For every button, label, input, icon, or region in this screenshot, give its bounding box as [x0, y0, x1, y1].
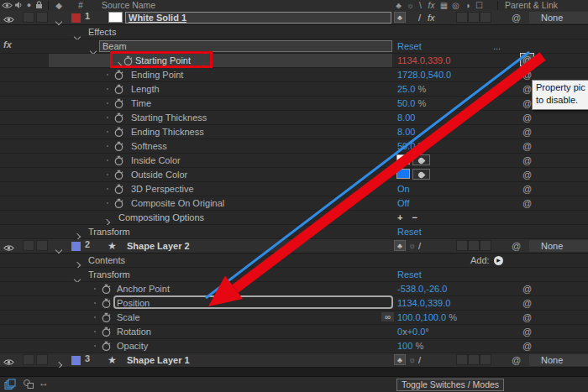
- property-label[interactable]: Time: [131, 97, 151, 110]
- value-segment[interactable]: %: [446, 312, 457, 322]
- value-segment[interactable]: %: [412, 341, 423, 351]
- stopwatch-icon[interactable]: [102, 284, 111, 296]
- add-remove-buttons[interactable]: + −: [397, 211, 421, 224]
- collapse-switch-icon[interactable]: ☼: [408, 239, 416, 253]
- quality-switch-icon[interactable]: /: [418, 11, 421, 24]
- value-segment[interactable]: 8.00: [397, 112, 415, 123]
- audio-speaker-icon[interactable]: [13, 0, 23, 11]
- stopwatch-icon[interactable]: [114, 127, 123, 139]
- value-segment[interactable]: %: [415, 84, 426, 94]
- property-label[interactable]: Ending Thickness: [131, 125, 204, 139]
- property-label[interactable]: Length: [131, 82, 160, 96]
- color-swatch[interactable]: [396, 169, 410, 179]
- lock-switch-box[interactable]: [36, 354, 48, 365]
- label-color-icon[interactable]: ◆: [53, 0, 65, 11]
- group-label[interactable]: Compositing Options: [118, 211, 204, 224]
- source-name-header[interactable]: Source Name: [102, 0, 155, 11]
- solo-switch-box[interactable]: [23, 12, 34, 23]
- stopwatch-icon[interactable]: [114, 155, 123, 168]
- value-segment[interactable]: 100: [397, 341, 412, 351]
- layer-name-field[interactable]: White Solid 1: [125, 12, 391, 24]
- value-segment[interactable]: 100.0,100.0: [397, 312, 446, 322]
- value-segment[interactable]: On: [397, 184, 410, 194]
- property-label[interactable]: Starting Thickness: [131, 111, 207, 124]
- group-label[interactable]: Transform: [88, 268, 130, 281]
- group-label[interactable]: Transform: [88, 225, 130, 238]
- switch-box-empty[interactable]: [480, 354, 491, 365]
- parent-pick-whip-icon[interactable]: @: [512, 11, 521, 24]
- solo-icon[interactable]: ●: [24, 0, 34, 11]
- frame-blend-header-icon[interactable]: ▦: [438, 0, 449, 11]
- property-pick-whip-icon[interactable]: @: [522, 97, 532, 110]
- property-value[interactable]: 100 %: [397, 339, 423, 353]
- property-value[interactable]: 8.00: [397, 111, 415, 124]
- property-value[interactable]: 25.0 %: [397, 82, 426, 96]
- stopwatch-icon[interactable]: [102, 312, 111, 325]
- property-label[interactable]: Softness: [131, 139, 167, 153]
- value-segment[interactable]: +0.0: [407, 327, 426, 337]
- shy-header-icon[interactable]: ♣: [393, 0, 404, 11]
- lock-switch-box[interactable]: [36, 12, 48, 23]
- collapse-switch-icon[interactable]: ☼: [408, 353, 416, 367]
- switch-box-empty[interactable]: [480, 12, 491, 23]
- fx-header-icon[interactable]: fx: [426, 0, 437, 11]
- eyedropper-button[interactable]: [412, 169, 430, 180]
- quality-header-icon[interactable]: \: [416, 0, 425, 11]
- property-value[interactable]: Reset: [397, 268, 422, 281]
- parent-pick-whip-icon[interactable]: @: [512, 239, 521, 253]
- collapse-header-icon[interactable]: ☼: [405, 0, 416, 11]
- switch-box-empty[interactable]: [456, 240, 468, 251]
- stopwatch-icon[interactable]: [114, 112, 123, 125]
- property-pick-whip-icon[interactable]: @: [522, 196, 532, 210]
- value-segment[interactable]: 25.0: [397, 84, 415, 94]
- solo-switch-box[interactable]: [23, 240, 34, 251]
- solo-switch-box[interactable]: [23, 354, 34, 365]
- stopwatch-icon[interactable]: [114, 170, 123, 182]
- property-value[interactable]: 1134.0,339.0: [397, 296, 450, 310]
- switch-box-empty[interactable]: [456, 12, 468, 23]
- stopwatch-icon[interactable]: [114, 184, 123, 196]
- switch-box-empty[interactable]: [468, 12, 480, 23]
- property-pick-whip-icon[interactable]: @: [522, 311, 532, 324]
- property-pick-whip-icon[interactable]: @: [522, 339, 532, 353]
- property-value[interactable]: On: [397, 182, 410, 196]
- property-label[interactable]: Opacity: [117, 339, 148, 353]
- layer-label-color-swatch[interactable]: [71, 242, 81, 251]
- property-pick-whip-icon[interactable]: @: [522, 125, 532, 139]
- motion-blur-header-icon[interactable]: ◎: [450, 0, 461, 11]
- property-value[interactable]: 100.0,100.0 %: [397, 311, 457, 324]
- layer-number-header[interactable]: #: [78, 0, 83, 11]
- property-value[interactable]: 8.00: [397, 125, 415, 139]
- lock-switch-box[interactable]: [36, 240, 48, 251]
- property-pick-whip-icon[interactable]: @: [522, 296, 532, 310]
- property-label[interactable]: Ending Point: [131, 68, 183, 81]
- adjustment-layer-header-icon[interactable]: ◑: [462, 0, 473, 11]
- stopwatch-icon[interactable]: [102, 341, 111, 353]
- dimension-link-icon[interactable]: ∞: [381, 312, 394, 321]
- value-segment[interactable]: 8.00: [397, 127, 415, 137]
- stopwatch-icon[interactable]: [114, 98, 123, 111]
- parent-dropdown[interactable]: None: [529, 354, 588, 366]
- quality-switch-icon[interactable]: /: [418, 353, 421, 367]
- add-menu-button[interactable]: ▶: [494, 256, 503, 265]
- group-label[interactable]: Contents: [88, 253, 125, 267]
- value-segment[interactable]: Reset: [397, 227, 422, 237]
- property-pick-whip-icon[interactable]: @: [522, 82, 532, 96]
- switch-box-empty[interactable]: [468, 240, 480, 251]
- shy-switch[interactable]: ♣: [394, 12, 406, 23]
- 3d-layer-header-icon[interactable]: ☐: [474, 0, 485, 11]
- eyedropper-button[interactable]: [412, 154, 430, 165]
- blend-ref-icon[interactable]: [22, 379, 35, 389]
- layer-label-color-swatch[interactable]: [71, 356, 81, 365]
- property-value[interactable]: 1134.0,339.0: [397, 54, 450, 67]
- property-pick-whip-icon[interactable]: @: [520, 53, 534, 66]
- parent-dropdown[interactable]: None: [529, 12, 588, 24]
- property-label[interactable]: Anchor Point: [117, 282, 170, 295]
- shy-switch[interactable]: ♣: [394, 354, 406, 365]
- switch-box-empty[interactable]: [480, 240, 491, 251]
- property-value[interactable]: 50.0 %: [397, 139, 426, 153]
- stopwatch-icon[interactable]: [102, 327, 111, 339]
- value-segment[interactable]: Reset: [397, 41, 422, 51]
- color-swatch[interactable]: [396, 154, 410, 165]
- switch-box-empty[interactable]: [456, 354, 468, 365]
